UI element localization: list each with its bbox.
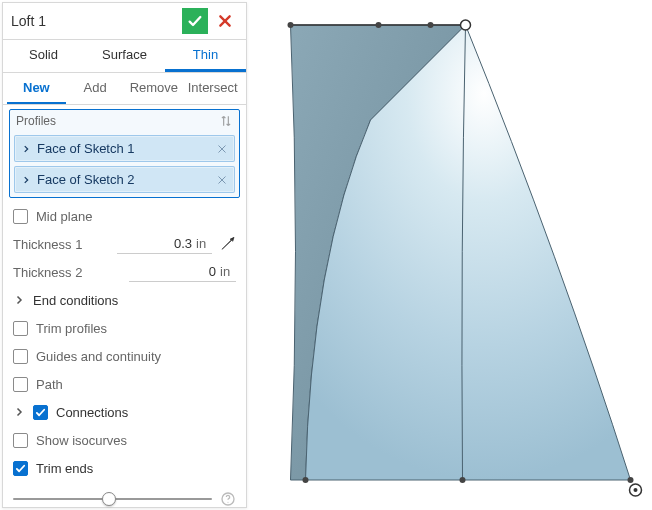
flip-direction-icon[interactable] [220,236,236,252]
graphics-viewport[interactable] [249,0,652,510]
checkbox-icon [13,461,28,476]
thickness1-input[interactable]: 0.3 in [117,234,213,254]
profiles-label: Profiles [16,114,56,128]
chevron-right-icon [13,406,25,418]
type-tabs: Solid Surface Thin [3,40,246,73]
chevron-right-icon [21,175,31,185]
option-trim-ends[interactable]: Trim ends [3,454,246,482]
subtab-intersect[interactable]: Intersect [183,73,242,104]
option-label: Trim profiles [36,321,236,336]
checkbox-icon [13,321,28,336]
loft-preview [249,0,652,510]
option-label: Path [36,377,236,392]
svg-point-7 [227,502,228,503]
remove-profile-icon[interactable] [216,143,228,155]
checkbox-icon [13,209,28,224]
subtab-remove[interactable]: Remove [125,73,184,104]
checkbox-icon [13,433,28,448]
checkbox-icon [13,377,28,392]
profile-item[interactable]: Face of Sketch 2 [14,166,235,193]
slider-thumb[interactable] [102,492,116,506]
thickness2-value: 0 [166,264,216,279]
option-path[interactable]: Path [3,370,246,398]
thickness1-value: 0.3 [142,236,192,251]
thickness2-row: Thickness 2 0 in [3,258,246,286]
close-icon [217,13,233,29]
panel-footer [3,482,246,510]
thickness1-row: Thickness 1 0.3 in [3,230,246,258]
chevron-right-icon [21,144,31,154]
thickness1-unit: in [196,236,212,251]
option-trim-profiles[interactable]: Trim profiles [3,314,246,342]
option-label: Mid plane [36,209,236,224]
feature-panel: Loft 1 Solid Surface Thin New Add Remove… [2,2,247,508]
tab-solid[interactable]: Solid [3,40,84,72]
svg-point-17 [634,488,638,492]
checkbox-icon [33,405,48,420]
chevron-right-icon [13,294,25,306]
end-conditions-label: End conditions [33,293,236,308]
panel-header: Loft 1 [3,3,246,40]
option-show-isocurves[interactable]: Show isocurves [3,426,246,454]
help-icon[interactable] [220,491,236,507]
subtab-new[interactable]: New [7,73,66,104]
opacity-slider[interactable] [13,498,212,500]
bool-subtabs: New Add Remove Intersect [3,73,246,105]
profile-item-label: Face of Sketch 2 [37,172,210,187]
svg-point-15 [628,477,634,483]
svg-point-11 [428,22,434,28]
end-conditions-row[interactable]: End conditions [3,286,246,314]
thickness2-unit: in [220,264,236,279]
svg-point-13 [303,477,309,483]
thickness2-input[interactable]: 0 in [129,262,237,282]
checkbox-icon [13,349,28,364]
thickness2-label: Thickness 2 [13,265,121,280]
option-label: Connections [56,405,236,420]
option-label: Guides and continuity [36,349,236,364]
option-label: Show isocurves [36,433,236,448]
reorder-icon[interactable] [219,114,233,128]
profile-item-label: Face of Sketch 1 [37,141,210,156]
tab-surface[interactable]: Surface [84,40,165,72]
svg-point-9 [288,22,294,28]
profiles-header: Profiles [10,110,239,132]
profile-item[interactable]: Face of Sketch 1 [14,135,235,162]
check-icon [187,13,203,29]
svg-point-12 [461,20,471,30]
option-label: Trim ends [36,461,236,476]
subtab-add[interactable]: Add [66,73,125,104]
tab-thin[interactable]: Thin [165,40,246,72]
origin-handle [630,484,642,496]
remove-profile-icon[interactable] [216,174,228,186]
cancel-button[interactable] [212,8,238,34]
confirm-button[interactable] [182,8,208,34]
option-mid-plane[interactable]: Mid plane [3,202,246,230]
svg-point-14 [460,477,466,483]
thickness1-label: Thickness 1 [13,237,109,252]
panel-title: Loft 1 [11,13,178,29]
option-connections[interactable]: Connections [3,398,246,426]
svg-point-10 [376,22,382,28]
profiles-list[interactable]: Profiles Face of Sketch 1 Face of Sketch… [9,109,240,198]
option-guides[interactable]: Guides and continuity [3,342,246,370]
